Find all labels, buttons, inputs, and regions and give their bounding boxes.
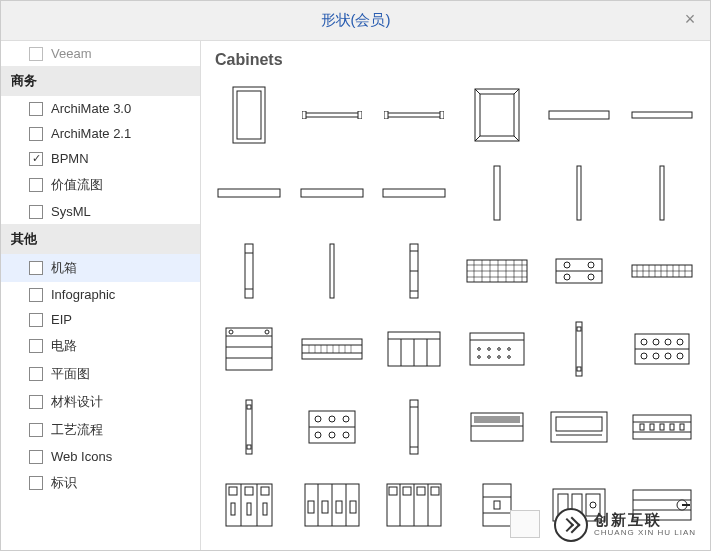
shapes-dialog: 形状(会员) × Veeam 商务 ArchiMate 3.0 ArchiMat…: [0, 0, 711, 551]
shape-panel-2[interactable]: [294, 157, 371, 229]
svg-rect-6: [384, 111, 388, 119]
shape-switch-panel-dense[interactable]: [459, 235, 536, 307]
svg-point-102: [677, 353, 683, 359]
shape-2u-circles[interactable]: [541, 235, 618, 307]
checkbox-icon[interactable]: [29, 178, 43, 192]
checkbox-icon[interactable]: [29, 288, 43, 302]
brand-pinyin: CHUANG XIN HU LIAN: [594, 529, 696, 538]
svg-rect-129: [670, 424, 674, 430]
checkbox-icon[interactable]: [29, 261, 43, 275]
sidebar-item-signs[interactable]: 标识: [1, 469, 200, 497]
main-panel: Cabinets: [201, 41, 710, 550]
svg-rect-130: [680, 424, 684, 430]
svg-point-111: [315, 432, 321, 438]
shape-open-cabinet[interactable]: [211, 79, 288, 151]
sidebar-item-infographic[interactable]: Infographic: [1, 282, 200, 307]
sidebar-item-valuestream[interactable]: 价值流图: [1, 171, 200, 199]
checkbox-icon[interactable]: [29, 450, 43, 464]
shape-breaker-unit-4[interactable]: [294, 469, 371, 541]
svg-point-83: [477, 356, 480, 359]
shape-rack-frame[interactable]: [459, 79, 536, 151]
title-bar: 形状(会员) ×: [1, 1, 710, 41]
sidebar-item-process[interactable]: 工艺流程: [1, 416, 200, 444]
shape-rack-rail-short2[interactable]: [376, 79, 453, 151]
dialog-title: 形状(会员): [321, 11, 391, 30]
close-icon: ×: [685, 9, 696, 30]
svg-point-88: [507, 348, 510, 351]
checkbox-icon[interactable]: [29, 152, 43, 166]
svg-point-109: [329, 416, 335, 422]
checkbox-icon[interactable]: [29, 367, 43, 381]
checkbox-icon[interactable]: [29, 395, 43, 409]
shape-vertical-strut-thin[interactable]: [541, 157, 618, 229]
shape-breaker-unit-4b[interactable]: [376, 469, 453, 541]
checkbox-icon[interactable]: [29, 339, 43, 353]
sidebar-item-archimate21[interactable]: ArchiMate 2.1: [1, 121, 200, 146]
sidebar-item-bpmn[interactable]: BPMN: [1, 146, 200, 171]
checkbox-icon[interactable]: [29, 205, 43, 219]
svg-point-99: [641, 353, 647, 359]
shape-vertical-strip-2[interactable]: [211, 391, 288, 463]
sidebar-item-webicons[interactable]: Web Icons: [1, 444, 200, 469]
sidebar-item-floorplan[interactable]: 平面图: [1, 360, 200, 388]
checkbox-icon[interactable]: [29, 47, 43, 61]
sidebar-item-label: 工艺流程: [51, 421, 103, 439]
shape-vertical-strut[interactable]: [459, 157, 536, 229]
shape-switch-2row[interactable]: [294, 313, 371, 385]
sidebar-item-circuit[interactable]: 电路: [1, 332, 200, 360]
svg-rect-118: [474, 416, 520, 423]
sidebar[interactable]: Veeam 商务 ArchiMate 3.0 ArchiMate 2.1 BPM…: [1, 41, 201, 550]
svg-rect-146: [336, 501, 342, 513]
svg-point-86: [497, 348, 500, 351]
close-button[interactable]: ×: [680, 9, 700, 29]
svg-rect-153: [403, 487, 411, 495]
sidebar-item-label: Infographic: [51, 287, 115, 302]
shape-rack-unit-1u[interactable]: [541, 79, 618, 151]
shape-vertical-slim[interactable]: [294, 235, 371, 307]
shape-vertical-pdu-segmented[interactable]: [376, 235, 453, 307]
sidebar-item-archimate3[interactable]: ArchiMate 3.0: [1, 96, 200, 121]
apply-button[interactable]: [510, 510, 540, 538]
dialog-body: Veeam 商务 ArchiMate 3.0 ArchiMate 2.1 BPM…: [1, 41, 710, 550]
shape-vertical-pdu-2[interactable]: [376, 391, 453, 463]
sidebar-item-eip[interactable]: EIP: [1, 307, 200, 332]
checkbox-icon[interactable]: [29, 476, 43, 490]
sidebar-item-sysml[interactable]: SysML: [1, 199, 200, 224]
shape-server-front-dots[interactable]: [459, 313, 536, 385]
shape-panel-1[interactable]: [211, 157, 288, 229]
sidebar-item-cabinets[interactable]: 机箱: [1, 254, 200, 282]
checkbox-icon[interactable]: [29, 127, 43, 141]
shape-vertical-strut-thin2[interactable]: [624, 157, 701, 229]
shape-breaker-unit-3[interactable]: [211, 469, 288, 541]
checkbox-icon[interactable]: [29, 423, 43, 437]
svg-rect-137: [231, 503, 235, 515]
shape-grid[interactable]: [201, 75, 710, 550]
sidebar-item-veeam[interactable]: Veeam: [1, 41, 200, 66]
checkbox-icon[interactable]: [29, 102, 43, 116]
sidebar-item-material[interactable]: 材料设计: [1, 388, 200, 416]
shape-4bay-server[interactable]: [376, 313, 453, 385]
shape-patch-panel[interactable]: [624, 235, 701, 307]
svg-rect-134: [229, 487, 237, 495]
shape-3u-stacked[interactable]: [211, 313, 288, 385]
shape-2row-circles[interactable]: [624, 313, 701, 385]
svg-rect-126: [640, 424, 644, 430]
sidebar-item-label: 材料设计: [51, 393, 103, 411]
shape-rack-rail-short[interactable]: [294, 79, 371, 151]
sidebar-item-label: 机箱: [51, 259, 77, 277]
sidebar-item-label: Veeam: [51, 46, 91, 61]
shape-6circle-panel[interactable]: [294, 391, 371, 463]
svg-rect-104: [247, 405, 251, 409]
shape-server-breaker-row[interactable]: [624, 391, 701, 463]
shape-rack-unit-slim[interactable]: [624, 79, 701, 151]
shape-server-window[interactable]: [541, 391, 618, 463]
shape-vertical-strip[interactable]: [541, 313, 618, 385]
checkbox-icon[interactable]: [29, 313, 43, 327]
shape-server-grid-top[interactable]: [459, 391, 536, 463]
shape-vertical-pdu[interactable]: [211, 235, 288, 307]
svg-point-96: [653, 339, 659, 345]
shape-panel-3[interactable]: [376, 157, 453, 229]
brand-logo-icon: [554, 508, 588, 542]
svg-rect-4: [358, 111, 362, 119]
svg-rect-105: [247, 445, 251, 449]
